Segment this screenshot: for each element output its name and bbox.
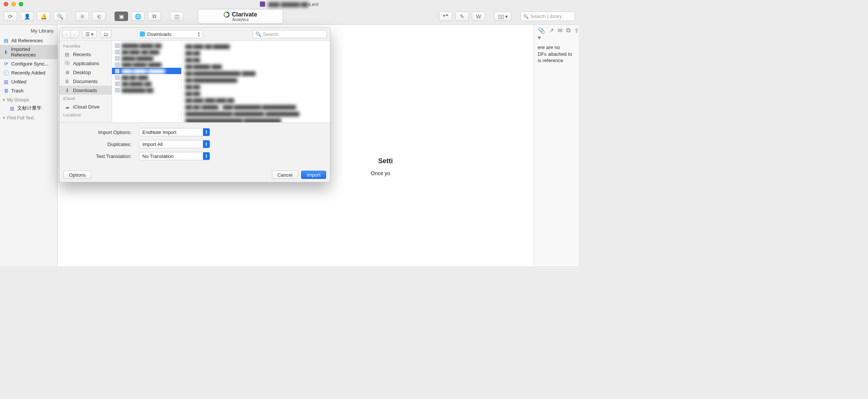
window-title: ▇▇▇ ▇▇▇▇▇ ▇▇s.enl xyxy=(0,1,579,7)
edit-citation-button[interactable]: ✎ xyxy=(455,12,469,21)
nav-forward-button[interactable]: › xyxy=(70,30,79,38)
import-options-select[interactable]: EndNote Import ▲▼ xyxy=(139,128,210,136)
alerts-button[interactable]: 🔔 xyxy=(37,12,50,21)
window-mode-button[interactable]: ◫ xyxy=(170,12,183,21)
share-button[interactable]: 👤 xyxy=(20,12,34,21)
file-row[interactable]: ▇▇▇▇ ▇▇▇▇▇ xyxy=(112,55,181,61)
sidebar-item-recently-added[interactable]: 🕘Recently Added xyxy=(0,68,57,77)
file-icon xyxy=(115,43,119,48)
preview-line: ▇▇▇▇▇▇▇▇▇▇▇▇▇▇ ▇▇▇▇▇▇▇▇▇ ▇▇▇▇▇▇▇▇▇▇ xyxy=(185,111,326,116)
sidebar-item-label: Trash xyxy=(11,88,24,94)
analyze-button[interactable]: 🔍 xyxy=(53,12,67,21)
import-button[interactable]: Import xyxy=(301,171,326,179)
favorites-label: Favorites xyxy=(60,42,112,50)
chevron-down-icon: ▼ xyxy=(2,98,6,102)
sidebar-item-configure-sync[interactable]: ⟳Configure Sync... xyxy=(0,59,57,68)
clock-icon: 🕘 xyxy=(3,70,9,76)
file-row[interactable]: ▇▇▇ ▇▇▇▇ ▇▇▇▇ xyxy=(112,61,181,68)
sidebar-item-trash[interactable]: 🗑Trash xyxy=(0,86,57,95)
sidebar-item-label: Desktop xyxy=(73,70,91,75)
sidebar-group-findfulltext[interactable]: ▼Find Full Text xyxy=(0,113,57,121)
import-file-dialog: ‹ › ☰ ▾ 🗂 Downloads ▲▼ 🔍 Search Favorite… xyxy=(59,27,330,182)
file-name: ▇▇▇▇ ▇▇▇▇▇ xyxy=(122,56,153,61)
duplicates-select[interactable]: Import All ▲▼ xyxy=(139,140,210,148)
location-popup[interactable]: Downloads ▲▼ xyxy=(137,30,203,38)
file-icon xyxy=(115,75,119,80)
preview-line: ▇▇ ▇▇▇▇▇ ▇▇▇ xyxy=(185,64,326,69)
file-icon xyxy=(115,82,119,86)
local-library-button[interactable]: ▣ xyxy=(115,12,128,21)
enl-file-icon xyxy=(260,1,265,7)
sidebar-item-label: 文献计量学 xyxy=(17,105,42,112)
file-name: ▇▇▇▇▇▇▇ ▇▇ xyxy=(122,88,153,93)
sidebar-item-downloads[interactable]: ⬇Downloads xyxy=(60,86,112,95)
sidebar-header: My Library xyxy=(0,26,57,36)
dialog-footer: Options Cancel Import xyxy=(60,168,330,182)
bg-paragraph: Once yo xyxy=(371,170,390,176)
file-row[interactable]: ▇▇ ▇▇▇▇ ▇▇ xyxy=(112,80,181,87)
online-button[interactable]: 🌐 xyxy=(131,12,145,21)
finder-search-input[interactable]: 🔍 Search xyxy=(253,30,327,38)
file-preview: ▇▇ ▇▇▇ ▇▇ ▇▇▇▇▇▇▇ ▇▇▇▇ ▇▇▇▇ ▇▇▇▇▇ ▇▇▇▇▇ … xyxy=(182,41,330,122)
nav-back-button[interactable]: ‹ xyxy=(63,30,71,38)
file-row[interactable]: ▇▇▇ ▇▇▇▇ ▇▇▇▇▇ xyxy=(112,68,181,74)
file-row[interactable]: ▇▇ ▇▇ ▇▇▇ xyxy=(112,74,181,80)
preview-line: ▇▇ ▇▇ xyxy=(185,91,326,96)
sidebar-item-label: Downloads xyxy=(73,88,97,93)
openurl-button[interactable]: ⧉ xyxy=(148,12,161,21)
file-icon xyxy=(115,69,119,73)
cite-button[interactable]: ❝❞ xyxy=(439,12,452,21)
sidebar-group-item[interactable]: ▥文献计量学 xyxy=(0,103,57,113)
sidebar-item-label: Recently Added xyxy=(11,70,45,76)
location-label: Downloads xyxy=(147,31,171,37)
file-row[interactable]: ▇▇▇▇▇▇▇ ▇▇ xyxy=(112,87,181,93)
clarivate-brand[interactable]: Clarivate Analytics xyxy=(198,9,283,24)
view-mode-button[interactable]: ☰ ▾ xyxy=(82,30,97,38)
file-row[interactable]: ▇▇▇▇▇ ▇▇▇▇.▇▇ xyxy=(112,42,181,49)
options-button[interactable]: Options xyxy=(63,171,91,179)
import-options-panel: Import Options: EndNote Import ▲▼ Duplic… xyxy=(60,123,330,168)
sidebar-item-unfiled[interactable]: ▥Unfiled xyxy=(0,77,57,86)
sidebar-item-label: Applications xyxy=(73,61,99,66)
sidebar-item-label: Recents xyxy=(73,52,91,57)
preview-line: ▇▇ ▇▇ xyxy=(185,84,326,89)
sidebar-item-imported-references[interactable]: ⬇Imported References xyxy=(0,45,57,59)
mail-icon[interactable]: ✉ xyxy=(558,27,562,41)
sidebar-item-documents[interactable]: 🗎Documents xyxy=(60,77,112,86)
chevron-updown-icon: ▲▼ xyxy=(197,31,200,37)
file-row[interactable]: ▇▇ ▇▇▇ ▇▇ ▇▇▇ xyxy=(112,49,181,55)
copy-icon[interactable]: ⧉ xyxy=(566,27,570,41)
sidebar-group-mygroups[interactable]: ▼My Groups xyxy=(0,95,57,103)
sidebar-item-label: Imported References xyxy=(11,46,54,58)
search-library-input[interactable]: 🔍 Search Library xyxy=(521,12,575,21)
text-translation-select[interactable]: No Translation ▲▼ xyxy=(139,152,210,160)
share-icon[interactable]: ⇪ xyxy=(574,27,579,41)
sidebar-item-applications[interactable]: ⒶApplications xyxy=(60,59,112,68)
import-button[interactable]: ⎗ xyxy=(92,12,106,21)
chevron-updown-icon: ▲▼ xyxy=(203,140,210,148)
sidebar-item-label: Unfiled xyxy=(11,79,26,85)
close-icon[interactable] xyxy=(4,2,8,6)
chevron-down-icon: ▼ xyxy=(2,116,6,120)
zoom-icon[interactable] xyxy=(19,2,23,6)
open-external-icon[interactable]: ↗ xyxy=(549,27,554,41)
finder-sidebar: Favorites ▤Recents ⒶApplications 🖥Deskto… xyxy=(60,41,112,122)
sidebar: My Library ▤All References ⬇Imported Ref… xyxy=(0,25,58,266)
chevron-updown-icon: ▲▼ xyxy=(203,128,210,136)
locations-label: Locations xyxy=(60,111,112,119)
sync-button[interactable]: ⟳ xyxy=(4,12,17,21)
goto-word-button[interactable]: W xyxy=(472,12,485,21)
sidebar-item-all-references[interactable]: ▤All References xyxy=(0,36,57,45)
cancel-button[interactable]: Cancel xyxy=(272,171,298,179)
export-button[interactable]: ⎘ xyxy=(76,12,89,21)
sidebar-item-recents[interactable]: ▤Recents xyxy=(60,50,112,59)
sidebar-item-icloud[interactable]: ☁iCloud Drive xyxy=(60,102,112,111)
new-folder-button[interactable]: 🗂 xyxy=(100,30,112,38)
chevron-updown-icon: ▲▼ xyxy=(203,152,210,160)
minimize-icon[interactable] xyxy=(11,2,16,6)
attachment-icon[interactable]: 📎▾ xyxy=(538,27,545,41)
preview-line: ▇▇ ▇▇ xyxy=(185,57,326,63)
sidebar-item-desktop[interactable]: 🖥Desktop xyxy=(60,68,112,77)
sidebar-item-label: Documents xyxy=(73,79,98,84)
layout-button[interactable]: ▯▯ ▾ xyxy=(494,12,512,21)
